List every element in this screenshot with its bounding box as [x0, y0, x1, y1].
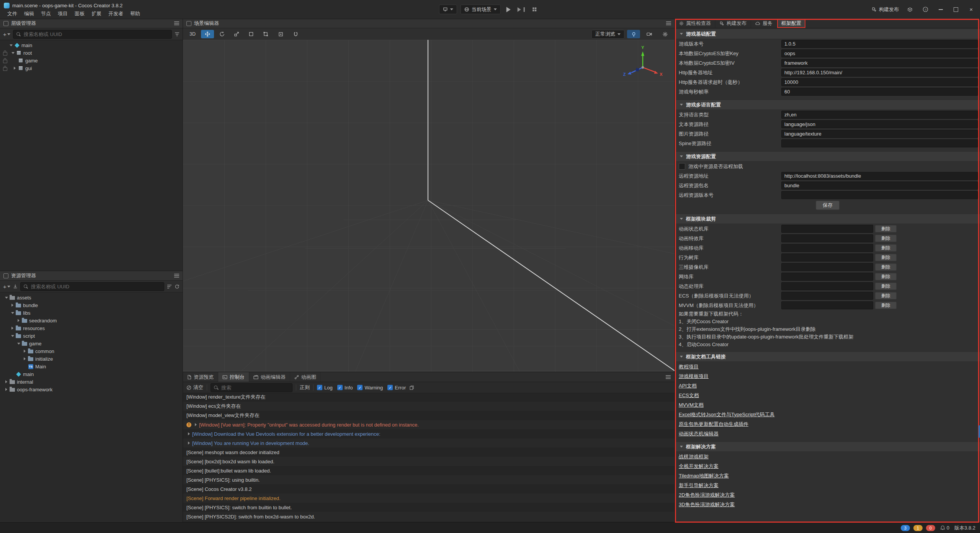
- log-row[interactable]: [Window] ecs文件夹存在: [183, 402, 675, 411]
- tree-node[interactable]: game: [2, 340, 183, 347]
- section-header[interactable]: 游戏基础配置: [675, 29, 980, 39]
- error-count-badge[interactable]: 0: [926, 525, 935, 531]
- menu-item[interactable]: 项目: [54, 10, 71, 17]
- import-icon[interactable]: [13, 284, 18, 289]
- log-row[interactable]: [Scene] [PHYSICS2D]: switch from box2d-w…: [183, 512, 675, 521]
- scene-select-dropdown[interactable]: 当前场景: [461, 5, 501, 14]
- menu-item[interactable]: 编辑: [21, 10, 38, 17]
- rect-tool-button[interactable]: [245, 30, 258, 38]
- module-input[interactable]: [781, 263, 873, 271]
- refresh-icon[interactable]: [175, 284, 180, 289]
- mode-3d-button[interactable]: 3D: [186, 30, 199, 38]
- log-row[interactable]: ![Window] [Vue warn]: Property "onInput"…: [183, 420, 675, 429]
- log-row[interactable]: [Window] render_texture文件夹存在: [183, 392, 675, 402]
- tree-node[interactable]: common: [2, 347, 183, 355]
- field-input[interactable]: [781, 181, 978, 190]
- save-button[interactable]: 保存: [816, 201, 840, 210]
- sort-icon[interactable]: [167, 284, 172, 289]
- expand-caret[interactable]: [10, 334, 15, 338]
- delete-button[interactable]: 删除: [875, 302, 897, 309]
- expand-caret[interactable]: [186, 441, 191, 446]
- tree-node[interactable]: main: [2, 41, 183, 49]
- camera-button[interactable]: [643, 30, 656, 38]
- scale-tool-button[interactable]: [230, 30, 243, 38]
- field-input[interactable]: [781, 78, 978, 86]
- expand-caret[interactable]: [4, 295, 9, 300]
- module-input[interactable]: [781, 282, 873, 290]
- module-input[interactable]: [781, 244, 873, 252]
- section-header[interactable]: 框架模块裁剪: [675, 214, 980, 224]
- inspector-tab[interactable]: 属性检查器: [675, 19, 715, 28]
- panel-menu-icon[interactable]: [174, 21, 179, 25]
- create-asset-button[interactable]: +: [3, 283, 10, 290]
- menu-item[interactable]: 面板: [71, 10, 88, 17]
- filter-error[interactable]: ✓Error: [387, 385, 406, 391]
- tree-node[interactable]: internal: [2, 378, 183, 386]
- remote-load-checkbox[interactable]: [679, 163, 685, 170]
- log-row[interactable]: [Scene] [box2d]:box2d wasm lib loaded.: [183, 457, 675, 466]
- expand-caret[interactable]: [10, 311, 15, 316]
- doc-link[interactable]: ECS文档: [679, 392, 699, 399]
- section-header[interactable]: 框架解决方案: [675, 441, 980, 452]
- warning-count-badge[interactable]: 1: [913, 525, 923, 531]
- doc-link[interactable]: 原生包热更新配置自动生成插件: [679, 421, 748, 428]
- module-input[interactable]: [781, 292, 873, 300]
- delete-button[interactable]: 删除: [875, 235, 897, 242]
- expand-caret[interactable]: [16, 341, 21, 346]
- menu-item[interactable]: 开发者: [105, 10, 127, 17]
- assets-search[interactable]: [20, 282, 164, 291]
- help-icon[interactable]: ?: [921, 5, 929, 14]
- console-tab[interactable]: 资源预览: [183, 372, 218, 382]
- tree-node[interactable]: TSMain: [2, 363, 183, 370]
- delete-button[interactable]: 删除: [875, 292, 897, 299]
- snap-button[interactable]: [289, 30, 302, 38]
- inspector-tab[interactable]: 服务: [751, 19, 777, 28]
- transform-tool-button[interactable]: [259, 30, 272, 38]
- expand-caret[interactable]: [10, 303, 15, 308]
- expand-caret[interactable]: [10, 51, 15, 56]
- console-tab[interactable]: 动画图: [290, 372, 321, 382]
- rotate-tool-button[interactable]: [216, 30, 229, 38]
- close-button[interactable]: ×: [967, 5, 975, 14]
- layout-grid-button[interactable]: [528, 5, 541, 14]
- panel-menu-icon[interactable]: [174, 274, 179, 278]
- tree-node[interactable]: libs: [2, 309, 183, 317]
- filter-icon[interactable]: [175, 32, 180, 36]
- light-toggle-button[interactable]: [627, 30, 640, 38]
- log-row[interactable]: [Scene] Cocos Creator v3.8.2: [183, 484, 675, 494]
- doc-link[interactable]: 3D角色扮演游戏解决方案: [679, 501, 735, 508]
- hierarchy-search-input[interactable]: [23, 31, 169, 38]
- tree-node[interactable]: root: [2, 49, 183, 57]
- console-search[interactable]: [211, 383, 292, 392]
- expand-caret[interactable]: [186, 432, 191, 437]
- section-header[interactable]: 框架文档工具链接: [675, 352, 980, 362]
- scrollbar-thumb[interactable]: [978, 425, 980, 438]
- tree-node[interactable]: game: [2, 57, 183, 64]
- delete-button[interactable]: 删除: [875, 273, 897, 280]
- step-button[interactable]: [518, 7, 525, 12]
- delete-button[interactable]: 删除: [875, 244, 897, 252]
- package-icon[interactable]: [906, 5, 914, 14]
- doc-link[interactable]: 动画状态机编辑器: [679, 430, 719, 437]
- minimize-button[interactable]: [936, 5, 945, 14]
- view-gizmo[interactable]: Y X Z: [621, 44, 665, 88]
- console-search-input[interactable]: [220, 384, 289, 391]
- notification-bell[interactable]: 0: [940, 525, 949, 531]
- tree-node[interactable]: main: [2, 370, 183, 378]
- expand-caret[interactable]: [16, 318, 21, 323]
- maximize-button[interactable]: [952, 5, 960, 14]
- module-input[interactable]: [781, 273, 873, 281]
- tree-node[interactable]: seedrandom: [2, 317, 183, 324]
- doc-link[interactable]: 全栈开发解决方案: [679, 463, 719, 470]
- doc-link[interactable]: Tiledmap地图解决方案: [679, 473, 729, 479]
- expand-caret[interactable]: [8, 43, 13, 48]
- create-node-button[interactable]: +: [3, 31, 10, 38]
- filter-log[interactable]: ✓Log: [317, 385, 333, 391]
- tree-node[interactable]: initialize: [2, 355, 183, 363]
- module-input[interactable]: [781, 225, 873, 233]
- pivot-button[interactable]: [274, 30, 287, 38]
- field-input[interactable]: [781, 49, 978, 57]
- inspector-tab[interactable]: 构建发布: [715, 19, 751, 28]
- view-mode-dropdown[interactable]: 正常浏览: [591, 30, 624, 39]
- tree-node[interactable]: script: [2, 332, 183, 340]
